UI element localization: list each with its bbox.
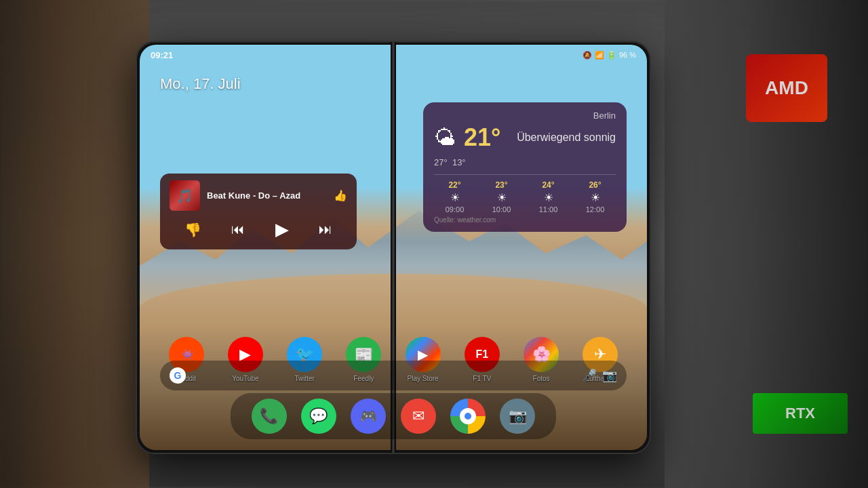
dock-discord[interactable]: 🎮 [351,399,386,434]
music-info: Beat Kune - Do – Azad [207,190,327,201]
weather-hour-2: 23° ☀ 10:00 [492,180,511,214]
dock-gmail[interactable]: ✉ [401,399,436,434]
weather-description: Überwiegend sonnig [509,131,616,144]
dock-whatsapp[interactable]: 💬 [301,399,336,434]
amd-logo: AMD [746,54,827,122]
status-bar: 09:21 🔕 📶 🔋 96 % [140,45,647,65]
music-title: Beat Kune - Do – Azad [207,190,327,201]
dock-camera[interactable]: 📷 [500,399,535,434]
shelf-left [0,0,149,488]
gmail-icon: ✉ [401,399,436,434]
rtx-label: RTX [753,393,848,434]
music-like-button[interactable]: 👍 [334,189,347,202]
lens-icon[interactable]: 📷 [602,368,617,383]
chrome-icon [450,399,486,434]
weather-source: Quelle: weather.com [434,216,616,224]
phone-app-icon: 📞 [252,399,287,434]
weather-sun-icon: 🌤 [434,125,456,150]
weather-forecast: 22° ☀ 09:00 23° ☀ 10:00 24° ☀ 11:00 [434,174,616,214]
phone-device: 09:21 🔕 📶 🔋 96 % Mo., 17. Juli Berlin 🌤 … [136,41,651,454]
date-widget: Mo., 17. Juli [160,75,241,93]
weather-hour-1: 22° ☀ 09:00 [446,180,465,214]
battery-percent: 96 % [619,51,636,59]
music-widget[interactable]: 🎵 Beat Kune - Do – Azad 👍 👎 ⏮ ▶ ⏭ [160,174,357,249]
svg-text:👾: 👾 [182,349,194,361]
dock-chrome[interactable] [450,399,486,434]
google-logo: G [170,367,186,384]
discord-icon: 🎮 [351,399,386,434]
dislike-button[interactable]: 👎 [179,219,207,241]
music-art: 🎵 [170,180,200,211]
status-time: 09:21 [151,50,173,60]
weather-widget[interactable]: Berlin 🌤 21° Überwiegend sonnig 27° 13° … [423,102,627,232]
microphone-icon[interactable]: 🎤 [582,368,597,383]
weather-temp: 21° [464,123,500,152]
fold-line [391,42,396,453]
camera-dock-icon: 📷 [500,399,535,434]
play-button[interactable]: ▶ [270,216,294,243]
weather-minmax: 27° 13° [434,157,616,167]
music-controls: 👎 ⏮ ▶ ⏭ [170,216,347,243]
weather-city: Berlin [434,110,616,121]
weather-hour-3: 24° ☀ 11:00 [539,180,558,214]
search-bar[interactable]: G 🎤 📷 [160,361,627,390]
next-button[interactable]: ⏭ [313,219,338,240]
weather-hour-4: 26° ☀ 12:00 [586,180,605,214]
prev-button[interactable]: ⏮ [226,219,250,240]
whatsapp-icon: 💬 [301,399,336,434]
battery-icon: 🔋 [607,51,616,60]
wifi-icon: 📶 [595,51,604,60]
notification-icon: 🔕 [583,51,592,60]
scene: AMD RTX 09:21 🔕 📶 🔋 96 % [0,0,868,488]
dock-phone[interactable]: 📞 [252,399,287,434]
dock: 📞 💬 🎮 ✉ [231,393,556,439]
status-icons: 🔕 📶 🔋 96 % [583,51,636,60]
